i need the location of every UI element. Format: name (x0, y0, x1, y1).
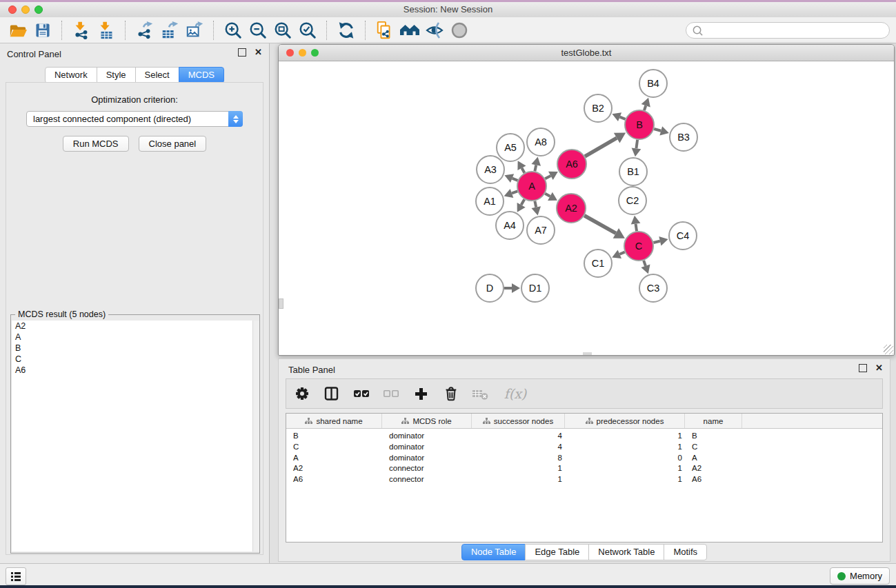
table-cell[interactable]: 8 (472, 453, 565, 464)
table-cell[interactable]: 1 (472, 463, 565, 474)
zoom-selected-button[interactable] (295, 19, 320, 41)
open-in-browser-button[interactable] (397, 19, 422, 41)
edge-A2-C[interactable] (584, 216, 616, 234)
edge-A-A2[interactable] (545, 194, 550, 196)
table-cell[interactable]: 4 (472, 442, 565, 453)
zoom-fit-button[interactable] (270, 19, 295, 41)
table-cell[interactable]: dominator (382, 453, 472, 464)
network-graph[interactable]: B4B2BB3A8A5A6A3B1AC2A1A2A4A7C4CC1C3DD1 (279, 61, 894, 355)
tab-select[interactable]: Select (135, 67, 179, 83)
export-table-button[interactable] (157, 19, 182, 41)
select-all-button[interactable] (352, 385, 370, 403)
edge-B-B1[interactable] (636, 140, 637, 148)
delete-column-button[interactable] (441, 385, 459, 403)
table-cell[interactable]: A (685, 453, 742, 464)
table-cell[interactable]: 1 (472, 474, 565, 485)
function-builder-button[interactable]: f(x) (501, 385, 530, 403)
graphics-details-button[interactable] (422, 19, 447, 41)
float-panel-icon[interactable] (859, 364, 867, 372)
table-cell[interactable]: 1 (565, 463, 685, 474)
column-visibility-button[interactable] (323, 385, 341, 403)
edge-C-C2[interactable] (636, 224, 637, 232)
network-window-titlebar[interactable]: testGlobe.txt (279, 45, 894, 61)
zoom-window-button[interactable] (34, 6, 43, 14)
open-session-button[interactable] (6, 19, 30, 41)
table-cell[interactable]: A2 (286, 463, 382, 474)
show-hide-panel-button[interactable] (447, 19, 472, 41)
mcds-result-list[interactable]: A2ABCA6 (12, 321, 259, 551)
result-item[interactable]: B (12, 343, 259, 354)
result-item[interactable]: A2 (12, 321, 259, 332)
table-cell[interactable]: A6 (286, 474, 382, 485)
tab-style[interactable]: Style (97, 67, 136, 83)
table-cell[interactable]: connector (382, 463, 472, 474)
table-cell[interactable]: B (286, 431, 382, 442)
column-header-name[interactable]: name (685, 414, 742, 428)
export-network-button[interactable] (132, 19, 157, 41)
result-list-scrollbar[interactable] (252, 321, 259, 551)
edge-B-B2[interactable] (620, 117, 626, 119)
table-row[interactable]: Adominator80A (286, 453, 882, 464)
table-cell[interactable]: A6 (685, 474, 742, 485)
zoom-out-button[interactable] (246, 19, 270, 41)
table-cell[interactable]: 1 (565, 431, 685, 442)
table-cell[interactable]: A2 (685, 463, 742, 474)
table-row[interactable]: Bdominator41B (286, 431, 882, 442)
memory-button[interactable]: Memory (830, 567, 890, 585)
criterion-select[interactable]: largest connected component (directed) (26, 111, 243, 127)
edge-A-A1[interactable] (512, 191, 517, 193)
tab-motifs[interactable]: Motifs (664, 544, 707, 560)
tab-network[interactable]: Network (45, 67, 97, 83)
table-row[interactable]: Cdominator41C (286, 442, 882, 453)
node-table[interactable]: shared nameMCDS rolesuccessor nodesprede… (286, 413, 883, 543)
table-cell[interactable]: A (286, 453, 382, 464)
column-header-shared-name[interactable]: shared name (286, 414, 382, 428)
main-titlebar[interactable]: Session: New Session (0, 2, 896, 18)
import-network-button[interactable] (69, 19, 94, 41)
run-mcds-button[interactable]: Run MCDS (63, 136, 129, 152)
close-panel-button[interactable]: Close panel (139, 136, 207, 152)
result-item[interactable]: A6 (12, 365, 259, 376)
refresh-button[interactable] (334, 19, 359, 41)
float-panel-icon[interactable] (238, 48, 246, 57)
column-header-MCDS-role[interactable]: MCDS role (382, 414, 472, 428)
edge-A-A8[interactable] (535, 165, 536, 171)
close-panel-icon[interactable]: ✕ (875, 364, 883, 372)
window-resize-grip[interactable] (884, 345, 893, 354)
table-cell[interactable]: dominator (382, 442, 472, 453)
import-table-button[interactable] (94, 19, 119, 41)
network-minimize-button[interactable] (299, 49, 306, 57)
edge-C-C4[interactable] (653, 241, 659, 243)
table-cell[interactable]: 1 (565, 442, 685, 453)
edge-B-B4[interactable] (644, 105, 646, 110)
export-image-button[interactable] (182, 19, 207, 41)
close-window-button[interactable] (8, 6, 17, 14)
search-field[interactable] (686, 22, 890, 39)
tab-network-table[interactable]: Network Table (588, 544, 664, 560)
network-zoom-button[interactable] (311, 49, 319, 57)
search-input[interactable] (706, 25, 889, 36)
column-header-successor-nodes[interactable]: successor nodes (472, 414, 565, 428)
table-cell[interactable]: B (685, 431, 742, 442)
zoom-in-button[interactable] (221, 19, 246, 41)
task-history-button[interactable] (6, 567, 26, 585)
table-cell[interactable]: dominator (382, 431, 472, 442)
edge-A-A5[interactable] (521, 168, 524, 173)
edge-A-A7[interactable] (535, 201, 536, 207)
tab-mcds[interactable]: MCDS (179, 67, 224, 83)
column-header-predecessor-nodes[interactable]: predecessor nodes (565, 414, 685, 428)
table-cell[interactable]: C (286, 442, 382, 453)
result-item[interactable]: C (12, 354, 259, 365)
canvas-hscroll-thumb[interactable] (583, 352, 592, 355)
table-settings-button[interactable] (293, 385, 311, 403)
network-close-button[interactable] (286, 49, 294, 57)
table-cell[interactable]: connector (382, 474, 472, 485)
table-cell[interactable]: 4 (472, 431, 565, 442)
table-cell[interactable]: 0 (565, 453, 685, 464)
edge-A-A3[interactable] (512, 179, 518, 181)
tab-node-table[interactable]: Node Table (461, 544, 526, 560)
minimize-window-button[interactable] (21, 6, 30, 14)
tab-edge-table[interactable]: Edge Table (525, 544, 589, 560)
delete-table-button[interactable] (471, 385, 489, 403)
save-session-button[interactable] (30, 19, 55, 41)
